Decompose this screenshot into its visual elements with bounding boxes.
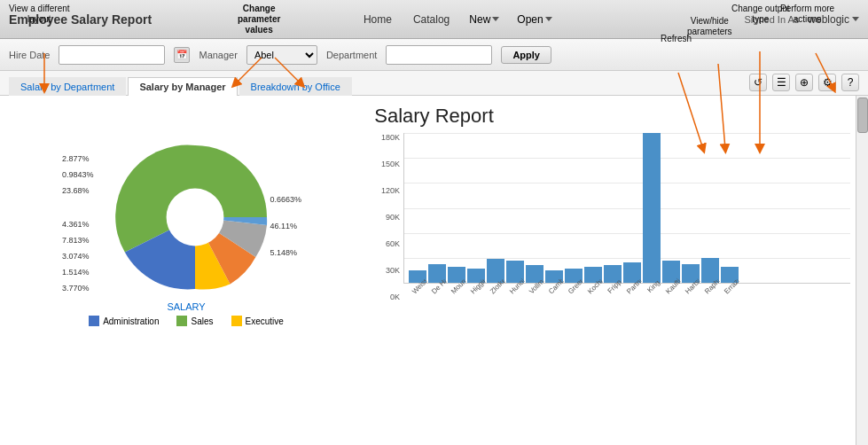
tab-icons: ↺ ☰ ⊕ ⚙ ? [749, 74, 859, 95]
scrollbar-thumb[interactable] [857, 98, 868, 133]
tab-breakdown-office[interactable]: Breakdown by Office [239, 77, 352, 96]
legend-executive: Executive [231, 316, 284, 326]
calendar-icon[interactable]: 📅 [174, 47, 190, 63]
refresh-icon[interactable]: ↺ [749, 74, 767, 91]
link-icon[interactable]: ⊕ [795, 74, 813, 91]
bars-group [409, 133, 846, 283]
y-axis: 180K 150K 120K 90K 60K 30K 0K [372, 133, 403, 301]
legend-exec-label: Executive [246, 316, 284, 326]
header-bar: Employee Salary Report Home Catalog New … [0, 0, 868, 39]
legend-sales: Sales [176, 316, 213, 326]
charts-container: 2.877% 0.9843% 23.68% 4.361% 7.813% 3.07… [0, 133, 868, 445]
y-label-0k: 0K [390, 293, 400, 301]
hire-date-label: Hire Date [9, 50, 50, 60]
legend-sales-label: Sales [191, 316, 213, 326]
chart-area [403, 133, 850, 284]
user-menu[interactable]: weblogic [808, 13, 859, 26]
signed-in-label: Signed In As [745, 14, 800, 25]
legend-admin-label: Administration [103, 316, 159, 326]
bar-item [643, 133, 661, 283]
nav-catalog[interactable]: Catalog [404, 10, 458, 29]
new-dropdown-arrow [492, 17, 499, 21]
legend-sales-color [176, 316, 187, 326]
pie-title: SALARY [62, 301, 310, 312]
help-icon[interactable]: ? [841, 74, 859, 91]
bar-chart: 180K 150K 120K 90K 60K 30K 0K [372, 133, 850, 301]
x-labels: WeissDe HaanMourosHigginsZlotkeyHunoldVo… [403, 284, 850, 301]
user-dropdown-arrow [852, 17, 859, 21]
y-label-90k: 90K [386, 213, 400, 222]
y-label-30k: 30K [386, 266, 400, 275]
y-label-120k: 120K [381, 186, 400, 195]
tabs-bar: Salary by Department Salary by Manager B… [0, 71, 868, 96]
nav-new[interactable]: New [462, 10, 506, 29]
pie-chart-area: 2.877% 0.9843% 23.68% 4.361% 7.813% 3.07… [18, 133, 355, 445]
pie-svg [115, 137, 275, 297]
header-right: Signed In As weblogic [745, 13, 859, 26]
manager-label: Manager [199, 50, 237, 60]
report-title: Salary Report [0, 96, 868, 133]
app-title: Employee Salary Report [9, 12, 152, 27]
legend-administration: Administration [89, 316, 159, 326]
tab-salary-manager[interactable]: Salary by Manager [128, 77, 237, 96]
main-content: Salary Report 2.877% 0.9843% 23.68% 4.36… [0, 96, 868, 445]
manager-select[interactable]: Abel [246, 45, 317, 65]
y-label-150k: 150K [381, 160, 400, 168]
department-label: Department [326, 50, 377, 60]
list-icon[interactable]: ☰ [772, 74, 790, 91]
nav-home[interactable]: Home [355, 10, 401, 29]
pie-labels-left: 2.877% 0.9843% 23.68% 4.361% 7.813% 3.07… [62, 151, 94, 296]
pie-legend: Administration Sales Executive [89, 316, 284, 326]
pie-chart: 2.877% 0.9843% 23.68% 4.361% 7.813% 3.07… [62, 133, 310, 310]
department-input[interactable] [386, 45, 492, 65]
header-nav: Home Catalog New Open [175, 10, 739, 29]
gear-icon[interactable]: ⚙ [818, 74, 836, 91]
toolbar: Hire Date 📅 Manager Abel Department Appl… [0, 39, 868, 71]
bar-chart-area: 180K 150K 120K 90K 60K 30K 0K [372, 133, 850, 445]
nav-open[interactable]: Open [510, 10, 559, 29]
legend-admin-color [89, 316, 99, 326]
hire-date-input[interactable] [59, 45, 165, 65]
tab-salary-department[interactable]: Salary by Department [9, 77, 126, 96]
y-label-180k: 180K [381, 133, 400, 142]
apply-button[interactable]: Apply [501, 46, 551, 64]
y-label-60k: 60K [386, 239, 400, 248]
svg-point-7 [167, 189, 224, 246]
legend-exec-color [231, 316, 242, 326]
scrollbar[interactable] [856, 96, 868, 445]
open-dropdown-arrow [545, 17, 552, 21]
